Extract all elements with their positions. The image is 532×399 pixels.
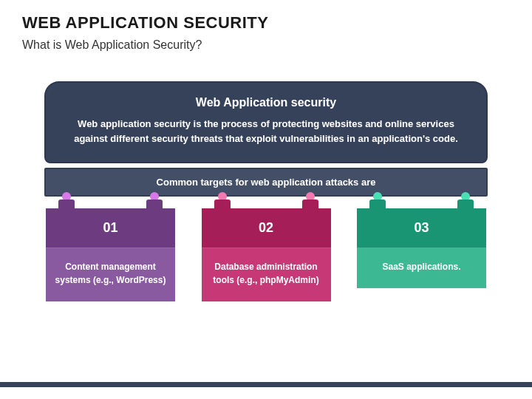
definition-text: Web application security is the process … xyxy=(71,117,461,146)
connector-dot-icon xyxy=(373,192,382,214)
slide-content: Web Application security Web application… xyxy=(0,59,532,301)
card-text: Database administration tools (e.g., php… xyxy=(202,248,331,301)
card-connectors xyxy=(202,192,331,208)
card-database: 02 Database administration tools (e.g., … xyxy=(202,208,331,301)
card-saas: 03 SaaS applications. xyxy=(357,208,486,301)
slide-title: WEB APPLICATION SECURITY xyxy=(22,13,510,33)
connector-dot-icon xyxy=(62,192,71,214)
slide-subtitle: What is Web Application Security? xyxy=(22,38,510,52)
card-connectors xyxy=(357,192,486,208)
connector-dot-icon xyxy=(218,192,227,214)
cards-row: 01 Content management systems (e.g., Wor… xyxy=(44,197,488,301)
connector-dot-icon xyxy=(150,192,159,214)
connector-dot-icon xyxy=(461,192,470,214)
card-text: SaaS applications. xyxy=(357,248,486,288)
definition-box: Web Application security Web application… xyxy=(44,81,488,163)
card-number: 02 xyxy=(202,208,331,248)
slide-header: WEB APPLICATION SECURITY What is Web App… xyxy=(0,0,532,59)
connector-dot-icon xyxy=(306,192,315,214)
card-cms: 01 Content management systems (e.g., Wor… xyxy=(46,208,175,301)
definition-title: Web Application security xyxy=(71,96,461,109)
card-connectors xyxy=(46,192,175,208)
footer-divider xyxy=(0,382,532,387)
card-number: 01 xyxy=(46,208,175,248)
card-text: Content management systems (e.g., WordPr… xyxy=(46,248,175,301)
card-number: 03 xyxy=(357,208,486,248)
